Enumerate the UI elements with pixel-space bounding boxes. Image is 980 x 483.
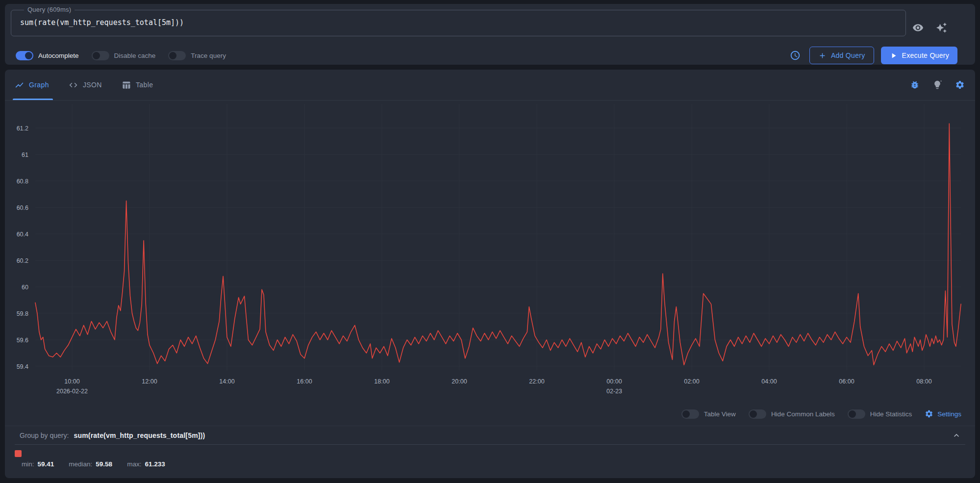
- bug-icon[interactable]: [909, 79, 920, 90]
- add-query-button[interactable]: Add Query: [809, 47, 874, 64]
- y-tick-label: 59.4: [17, 363, 28, 370]
- legend-divider: [15, 444, 965, 445]
- disable-cache-toggle-group: Disable cache: [92, 51, 156, 60]
- gear-icon[interactable]: [955, 79, 965, 90]
- table-view-toggle[interactable]: [681, 409, 699, 419]
- x-tick-label: 20:00: [452, 378, 467, 385]
- x-tick-sublabel: 2026-02-22: [56, 388, 88, 395]
- hide-statistics-toggle-group: Hide Statistics: [848, 409, 912, 419]
- query-panel: Query (609ms) sum(rate(vm_http_requests_…: [5, 4, 975, 65]
- query-editor-label: Query (609ms): [24, 6, 75, 13]
- hide-common-labels-toggle-group: Hide Common Labels: [749, 409, 835, 419]
- execute-query-button[interactable]: Execute Query: [881, 47, 958, 64]
- sparkles-icon[interactable]: [934, 21, 948, 34]
- y-tick-label: 60.8: [17, 178, 28, 185]
- x-tick-label: 00:00: [606, 378, 622, 385]
- x-tick-label: 22:00: [529, 378, 544, 385]
- lightbulb-icon[interactable]: [932, 79, 943, 90]
- query-editor[interactable]: Query (609ms) sum(rate(vm_http_requests_…: [11, 10, 906, 36]
- query-actions: Add Query Execute Query: [788, 47, 957, 64]
- hide-statistics-label: Hide Statistics: [870, 410, 912, 418]
- graph-panel: Graph JSON Table 61.26160.860.660.460.26…: [5, 70, 975, 478]
- group-by-query-row: Group by query: sum(rate(vm_http_request…: [20, 426, 962, 444]
- autocomplete-label: Autocomplete: [38, 52, 79, 59]
- view-tabbar: Graph JSON Table: [5, 70, 975, 101]
- hide-common-labels-label: Hide Common Labels: [771, 410, 835, 418]
- group-by-label: Group by query:: [20, 432, 69, 439]
- group-by-value: sum(rate(vm_http_requests_total[5m])): [74, 432, 205, 439]
- table-icon: [122, 80, 131, 90]
- y-tick-label: 60.4: [17, 231, 28, 238]
- line-chart-icon: [15, 80, 24, 90]
- tab-table[interactable]: Table: [122, 70, 153, 100]
- y-tick-label: 59.8: [17, 310, 28, 317]
- y-tick-label: 59.6: [17, 337, 28, 344]
- x-tick-label: 08:00: [916, 378, 931, 385]
- hide-statistics-toggle[interactable]: [848, 409, 865, 419]
- graph-settings-row: Table View Hide Common Labels Hide Stati…: [681, 405, 961, 423]
- play-icon: [889, 51, 898, 60]
- x-tick-label: 06:00: [839, 378, 854, 385]
- stat-median: median:59.58: [69, 460, 112, 468]
- x-tick-label: 16:00: [297, 378, 312, 385]
- x-tick-label: 18:00: [374, 378, 389, 385]
- x-tick-label: 02:00: [684, 378, 699, 385]
- x-tick-sublabel: 02-23: [606, 388, 622, 395]
- disable-cache-toggle[interactable]: [92, 51, 109, 60]
- settings-button[interactable]: Settings: [925, 409, 961, 418]
- clock-icon[interactable]: [788, 48, 803, 63]
- gear-icon: [925, 409, 933, 418]
- disable-cache-label: Disable cache: [114, 52, 156, 59]
- tab-graph[interactable]: Graph: [15, 70, 49, 100]
- y-tick-label: 61.2: [17, 125, 28, 132]
- x-tick-label: 14:00: [219, 378, 234, 385]
- trace-query-toggle[interactable]: [168, 51, 186, 60]
- hide-common-labels-toggle[interactable]: [749, 409, 766, 419]
- query-controls-row: Autocomplete Disable cache Trace query A…: [16, 46, 957, 65]
- tabbar-action-icons: [909, 79, 965, 90]
- x-tick-label: 10:00: [64, 378, 79, 385]
- table-view-toggle-group: Table View: [681, 409, 736, 419]
- autocomplete-toggle-group: Autocomplete: [16, 51, 79, 60]
- eye-icon[interactable]: [911, 21, 925, 34]
- trace-query-toggle-group: Trace query: [168, 51, 226, 60]
- stat-max: max:61.233: [127, 460, 165, 468]
- plus-icon: [818, 51, 827, 60]
- y-tick-label: 61: [22, 152, 28, 158]
- x-tick-label: 04:00: [761, 378, 777, 385]
- y-tick-label: 60: [22, 284, 28, 291]
- tab-json[interactable]: JSON: [69, 70, 102, 100]
- chevron-up-icon[interactable]: [951, 430, 962, 441]
- autocomplete-toggle[interactable]: [16, 51, 33, 60]
- trace-query-label: Trace query: [191, 52, 226, 59]
- stat-min: min:59.41: [22, 460, 54, 468]
- chart-plot-area[interactable]: [35, 104, 961, 370]
- red-square-swatch[interactable]: [15, 450, 22, 457]
- table-view-label: Table View: [704, 410, 736, 418]
- code-icon: [69, 80, 78, 90]
- series-stats-row: min:59.41 median:59.58 max:61.233: [22, 460, 165, 468]
- y-tick-label: 60.6: [17, 204, 28, 211]
- query-input[interactable]: sum(rate(vm_http_requests_total[5m])): [20, 18, 184, 27]
- y-tick-label: 60.2: [17, 257, 28, 264]
- x-tick-label: 12:00: [142, 378, 157, 385]
